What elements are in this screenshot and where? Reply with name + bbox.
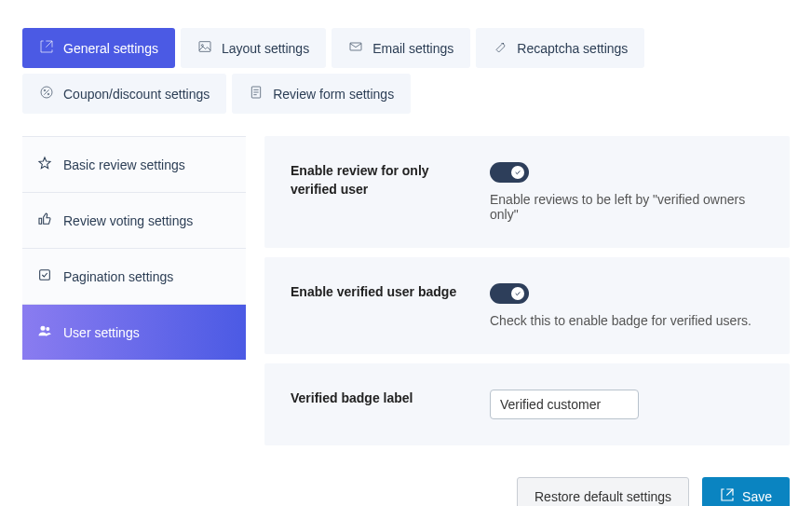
- sidebar-item-voting[interactable]: Review voting settings: [22, 193, 246, 249]
- tab-label: Coupon/discount settings: [63, 87, 210, 102]
- toggle-verified-only[interactable]: [490, 162, 529, 183]
- footer-actions: Restore default settings Save: [264, 477, 790, 506]
- tab-label: Recaptcha settings: [517, 41, 628, 56]
- svg-line-6: [44, 89, 48, 94]
- badge-label-input[interactable]: [490, 390, 639, 419]
- form-icon: [249, 85, 264, 103]
- setting-help: Check this to enable badge for verified …: [490, 313, 764, 328]
- tab-general[interactable]: General settings: [22, 28, 175, 68]
- svg-point-15: [41, 326, 45, 330]
- tab-label: Layout settings: [222, 41, 309, 56]
- button-label: Restore default settings: [535, 489, 671, 504]
- toggle-verified-badge[interactable]: [490, 283, 529, 304]
- sidebar-item-basic[interactable]: Basic review settings: [22, 137, 246, 193]
- mail-icon: [348, 39, 363, 57]
- svg-point-8: [47, 93, 49, 95]
- sidebar-item-label: User settings: [63, 325, 140, 340]
- svg-point-7: [44, 89, 46, 91]
- sidebar-item-label: Basic review settings: [63, 157, 185, 172]
- setting-label: Enable review for only verified user: [291, 162, 467, 222]
- setting-label: Verified badge label: [291, 390, 467, 419]
- star-icon: [37, 156, 52, 173]
- content: Enable review for only verified user Ena…: [264, 136, 790, 506]
- thumbs-up-icon: [37, 212, 52, 229]
- svg-rect-3: [350, 43, 361, 50]
- sidebar-item-user[interactable]: User settings: [22, 305, 246, 360]
- panel-badge-label: Verified badge label: [264, 363, 790, 445]
- svg-point-2: [201, 45, 203, 47]
- page-icon: [39, 39, 54, 57]
- top-tabs: General settings Layout settings Email s…: [22, 28, 790, 114]
- tab-layout[interactable]: Layout settings: [181, 28, 326, 68]
- svg-marker-13: [39, 157, 50, 169]
- wrench-icon: [493, 39, 508, 57]
- panel-verified-only: Enable review for only verified user Ena…: [264, 136, 790, 248]
- tab-reviewform[interactable]: Review form settings: [232, 74, 411, 114]
- svg-point-4: [503, 43, 504, 44]
- image-icon: [197, 39, 212, 57]
- svg-rect-14: [40, 270, 50, 280]
- restore-defaults-button[interactable]: Restore default settings: [517, 477, 689, 506]
- sidebar: Basic review settings Review voting sett…: [22, 136, 246, 360]
- tab-label: Email settings: [372, 41, 453, 56]
- users-icon: [37, 323, 52, 341]
- tab-label: Review form settings: [273, 87, 394, 102]
- sidebar-item-label: Pagination settings: [63, 269, 173, 284]
- tab-recaptcha[interactable]: Recaptcha settings: [476, 28, 644, 68]
- tab-email[interactable]: Email settings: [332, 28, 470, 68]
- tab-coupon[interactable]: Coupon/discount settings: [22, 74, 226, 114]
- svg-line-0: [46, 41, 52, 48]
- sidebar-item-label: Review voting settings: [63, 213, 193, 228]
- save-icon: [720, 487, 735, 505]
- save-button[interactable]: Save: [702, 477, 790, 506]
- svg-point-16: [47, 328, 49, 331]
- setting-help: Enable reviews to be left by "verified o…: [490, 192, 764, 222]
- svg-line-17: [726, 489, 733, 496]
- sidebar-item-pagination[interactable]: Pagination settings: [22, 249, 246, 305]
- tab-label: General settings: [63, 41, 158, 56]
- button-label: Save: [742, 489, 772, 504]
- percent-icon: [39, 85, 54, 103]
- svg-rect-1: [199, 42, 210, 52]
- main-area: Basic review settings Review voting sett…: [22, 136, 790, 506]
- setting-label: Enable verified user badge: [291, 283, 467, 328]
- checkbox-icon: [37, 267, 52, 285]
- panel-verified-badge: Enable verified user badge Check this to…: [264, 257, 790, 354]
